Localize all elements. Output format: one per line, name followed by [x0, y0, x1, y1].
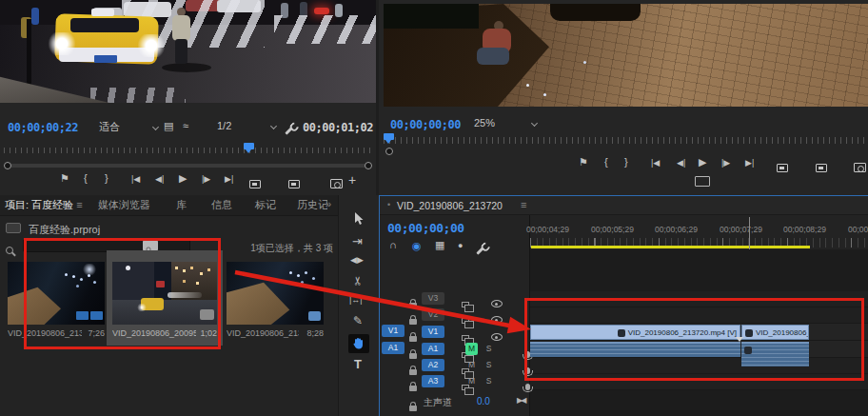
mute-button-a2[interactable]: M: [465, 359, 478, 371]
drag-video-icon[interactable]: ▤: [164, 121, 173, 131]
goto-out-icon[interactable]: ▶|: [225, 175, 233, 184]
add-marker-icon[interactable]: ●: [458, 242, 463, 250]
source-patch-video[interactable]: V1: [382, 325, 404, 337]
track-output-eye-icon[interactable]: [491, 316, 503, 324]
voiceover-mic-icon[interactable]: [525, 367, 530, 374]
program-playhead[interactable]: [384, 133, 394, 140]
step-back-icon[interactable]: ◀|: [677, 159, 685, 168]
hand-tool-active[interactable]: [348, 334, 369, 353]
track-target-a2[interactable]: A2: [422, 359, 444, 371]
panel-menu-icon[interactable]: ≡: [76, 199, 82, 210]
track-select-tool-icon[interactable]: ⇥: [352, 235, 363, 248]
settings-wrench-icon[interactable]: [285, 127, 292, 134]
program-zoom-handle[interactable]: [385, 148, 393, 155]
tab-history[interactable]: 历史记: [297, 198, 327, 212]
video-clip-2[interactable]: VID_20190806_20: [741, 325, 809, 340]
master-level-value[interactable]: 0.0: [477, 396, 490, 406]
overwrite-icon[interactable]: [288, 180, 300, 188]
timeline-timecode[interactable]: 00;00;00;00: [387, 221, 464, 235]
solo-button-a2[interactable]: S: [483, 359, 495, 371]
timeline-ruler[interactable]: 00;00;04;29 00;00;05;29 00;00;06;29 00;0…: [530, 215, 868, 249]
zoom-handle-left[interactable]: [4, 162, 11, 169]
voiceover-mic-icon[interactable]: [525, 384, 530, 390]
track-target-a1[interactable]: A1: [422, 343, 444, 355]
track-target-a3[interactable]: A3: [422, 375, 444, 387]
program-time-ruler[interactable]: [384, 133, 868, 145]
zoom-level-select[interactable]: 25%: [474, 117, 537, 129]
resolution-select[interactable]: 1/2: [217, 120, 276, 131]
track-target-v2[interactable]: V2: [422, 308, 444, 321]
tab-project[interactable]: 项目: 百度经验 ≡: [5, 198, 83, 212]
source-video-frame[interactable]: [0, 0, 376, 103]
export-frame-icon[interactable]: [854, 163, 866, 172]
program-video-frame[interactable]: [384, 4, 868, 107]
lift-icon[interactable]: [777, 164, 788, 172]
fit-sequence-icon[interactable]: ▶◀: [517, 396, 524, 405]
mark-out-icon[interactable]: }: [624, 157, 628, 168]
step-forward-icon[interactable]: |▶: [721, 159, 730, 168]
project-item-1[interactable]: VID_20190806_213720_ 7;26: [8, 254, 105, 344]
mark-out-icon[interactable]: }: [105, 173, 108, 184]
playhead-line[interactable]: [749, 217, 750, 249]
source-patch-audio[interactable]: A1: [382, 342, 404, 354]
mark-in-icon[interactable]: {: [84, 173, 88, 184]
audio-clip-1[interactable]: [530, 342, 740, 357]
extract-icon[interactable]: [816, 164, 827, 172]
add-marker-icon[interactable]: ⚑: [579, 157, 588, 168]
tab-libraries[interactable]: 库: [176, 198, 187, 212]
step-forward-icon[interactable]: |▶: [202, 175, 210, 184]
video-clip-1[interactable]: VID_20190806_213720.mp4 [V]: [530, 325, 740, 340]
slip-tool-icon[interactable]: |↔|: [349, 296, 363, 305]
tab-overflow-icon[interactable]: »: [326, 198, 331, 209]
linked-selection-icon[interactable]: ◉: [412, 240, 422, 252]
tab-markers[interactable]: 标记: [255, 198, 276, 212]
track-output-eye-icon[interactable]: [491, 333, 503, 341]
track-output-eye-icon[interactable]: [491, 300, 503, 307]
snap-icon[interactable]: ∩: [389, 240, 397, 250]
audio-clip-2[interactable]: [741, 342, 809, 366]
source-time-ruler[interactable]: [4, 143, 372, 154]
play-icon[interactable]: ▶: [699, 157, 706, 168]
project-item-3[interactable]: VID_20190806_213720 8;28: [227, 254, 324, 344]
panel-menu-icon[interactable]: ≡: [521, 199, 526, 210]
insert-icon[interactable]: [249, 180, 261, 188]
pen-tool-icon[interactable]: ✎: [353, 315, 363, 327]
drag-audio-icon[interactable]: ≈: [183, 121, 188, 131]
mute-button-a1[interactable]: M: [465, 343, 478, 355]
source-zoom-scrollbar[interactable]: [4, 160, 372, 171]
step-back-icon[interactable]: ◀|: [155, 175, 164, 184]
source-current-timecode: 00;00;00;22: [8, 121, 78, 134]
source-playhead[interactable]: [244, 143, 254, 149]
project-item-2-selected[interactable]: VID_20190806_200953_ 1;02: [107, 250, 223, 346]
ripple-edit-tool-icon[interactable]: ◀▶: [350, 256, 364, 265]
timeline-settings-icon[interactable]: [476, 247, 483, 254]
goto-in-icon[interactable]: |◀: [131, 175, 140, 184]
nested-sequence-icon[interactable]: ▦: [435, 240, 444, 250]
add-marker-icon[interactable]: ⚑: [60, 173, 69, 184]
track-target-v1[interactable]: V1: [422, 326, 444, 338]
sequence-tab-title[interactable]: VID_20190806_213720: [397, 200, 503, 211]
zoom-handle-right[interactable]: [365, 162, 372, 169]
mark-in-icon[interactable]: {: [604, 157, 608, 168]
fit-select[interactable]: 适合: [99, 120, 158, 134]
track-target-v3[interactable]: V3: [422, 292, 444, 305]
razor-tool-icon[interactable]: ✂: [352, 276, 364, 286]
mute-button-a3[interactable]: M: [465, 375, 478, 387]
lock-icon[interactable]: [409, 386, 417, 391]
selection-tool-icon[interactable]: [353, 212, 365, 226]
goto-in-icon[interactable]: |◀: [651, 159, 660, 168]
lock-icon[interactable]: [409, 406, 417, 411]
export-frame-icon[interactable]: [330, 179, 343, 188]
solo-button-a1[interactable]: S: [483, 343, 495, 355]
solo-button-a3[interactable]: S: [483, 375, 495, 387]
clip-thumbnail: [8, 262, 105, 325]
type-tool-icon[interactable]: T: [354, 357, 362, 371]
tab-media-browser[interactable]: 媒体浏览器: [98, 198, 150, 212]
play-icon[interactable]: ▶: [179, 173, 187, 184]
work-area-bar[interactable]: [531, 246, 810, 248]
tab-info[interactable]: 信息: [211, 198, 232, 212]
comparison-button[interactable]: [695, 176, 710, 187]
goto-out-icon[interactable]: ▶|: [745, 159, 754, 168]
button-editor-plus-icon[interactable]: +: [348, 173, 356, 187]
project-file-row[interactable]: 百度经验.prproj: [0, 220, 338, 237]
